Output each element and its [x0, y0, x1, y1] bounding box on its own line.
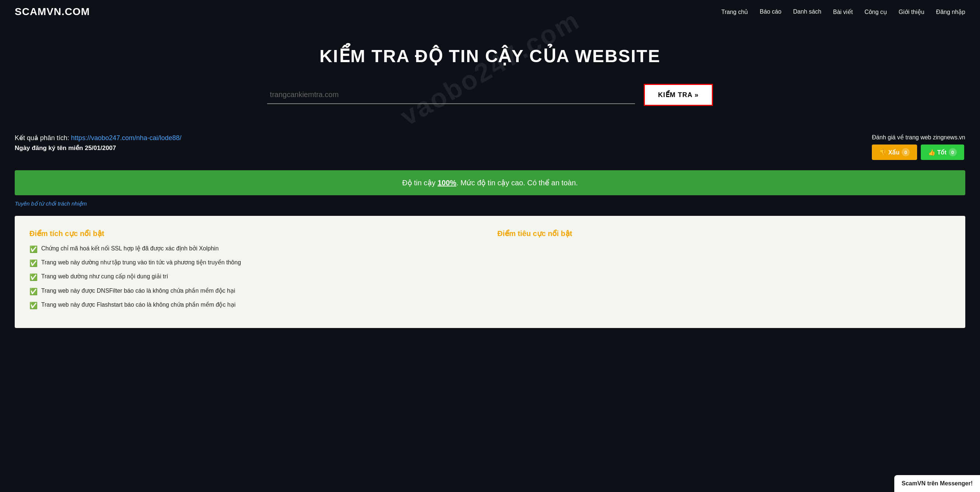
disclaimer[interactable]: Tuyên bố từ chối trách nhiệm — [0, 195, 980, 207]
results-label: Kết quả phân tích: https://vaobo247.com/… — [15, 134, 866, 142]
tot-label: 👍 Tốt — [928, 149, 947, 156]
xau-label: 👎 Xấu — [879, 149, 899, 156]
tot-count: 0 — [949, 148, 957, 156]
check-icon: ✅ — [29, 301, 38, 310]
search-input[interactable] — [267, 89, 635, 100]
check-icon: ✅ — [29, 245, 38, 254]
nav-bao-cao[interactable]: Báo cáo — [760, 8, 781, 16]
trust-prefix: Độ tin cậy — [402, 179, 438, 187]
nav-bai-viet[interactable]: Bài viết — [833, 8, 853, 16]
watermark: vaobo247.com — [395, 5, 585, 131]
header: SCAMVN.COM Trang chủ Báo cáo Danh sách B… — [0, 0, 980, 24]
nav-gioi-thieu[interactable]: Giới thiệu — [899, 8, 924, 16]
kiemtra-button[interactable]: KIỂM TRA » — [644, 84, 713, 106]
results-right: Đánh giá về trang web zingnews.vn 👎 Xấu … — [872, 134, 965, 160]
content-area: Điểm tích cực nổi bật ✅Chứng chỉ mã hoá … — [15, 216, 965, 328]
list-item: ✅Trang web này dường như tập trung vào t… — [29, 259, 483, 268]
xau-count: 0 — [902, 148, 910, 156]
list-item: ✅Trang web này được Flashstart báo cáo l… — [29, 301, 483, 310]
negative-title: Điểm tiêu cực nổi bật — [497, 229, 951, 238]
results-left: Kết quả phân tích: https://vaobo247.com/… — [15, 134, 866, 154]
positive-title: Điểm tích cực nổi bật — [29, 229, 483, 238]
nav-dang-nhap[interactable]: Đăng nhập — [936, 8, 965, 16]
list-item: ✅Trang web này được DNSFilter báo cáo là… — [29, 287, 483, 296]
list-item: ✅Trang web dường như cung cấp nội dung g… — [29, 273, 483, 282]
logo: SCAMVN.COM — [15, 6, 90, 17]
search-input-wrap — [267, 86, 635, 104]
trust-bar: Độ tin cậy 100%. Mức độ tin cậy cao. Có … — [15, 170, 965, 195]
nav-trang-chu[interactable]: Trang chủ — [721, 8, 748, 16]
rating-label: Đánh giá về trang web zingnews.vn — [872, 134, 965, 141]
results-section: Kết quả phân tích: https://vaobo247.com/… — [0, 121, 980, 160]
list-item: ✅Chứng chỉ mã hoá kết nối SSL hợp lệ đã … — [29, 244, 483, 254]
rating-buttons: 👎 Xấu 0 👍 Tốt 0 — [872, 144, 965, 160]
results-row: Kết quả phân tích: https://vaobo247.com/… — [15, 134, 965, 160]
content-cols: Điểm tích cực nổi bật ✅Chứng chỉ mã hoá … — [29, 229, 951, 315]
search-section: KIỂM TRA » — [15, 84, 965, 106]
hero-title: KIỂM TRA ĐỘ TIN CẬY CỦA WEBSITE — [15, 46, 965, 66]
negative-col: Điểm tiêu cực nổi bật — [497, 229, 951, 315]
results-url[interactable]: https://vaobo247.com/nha-cai/lode88/ — [71, 134, 181, 141]
check-icon: ✅ — [29, 273, 38, 282]
results-date: Ngày đăng ký tên miền 25/01/2007 — [15, 144, 866, 152]
positive-list: ✅Chứng chỉ mã hoá kết nối SSL hợp lệ đã … — [29, 244, 483, 310]
check-icon: ✅ — [29, 287, 38, 296]
check-icon: ✅ — [29, 259, 38, 268]
nav-danh-sach[interactable]: Danh sách — [793, 8, 821, 16]
nav-cong-cu[interactable]: Công cụ — [864, 8, 887, 16]
hero-section: vaobo247.com KIỂM TRA ĐỘ TIN CẬY CỦA WEB… — [0, 24, 980, 121]
positive-col: Điểm tích cực nổi bật ✅Chứng chỉ mã hoá … — [29, 229, 483, 315]
btn-xau[interactable]: 👎 Xấu 0 — [872, 144, 917, 160]
nav: Trang chủ Báo cáo Danh sách Bài viết Côn… — [721, 8, 965, 16]
btn-tot[interactable]: 👍 Tốt 0 — [921, 144, 964, 160]
trust-suffix: . Mức độ tin cậy cao. Có thể an toàn. — [457, 179, 578, 187]
trust-percent: 100% — [438, 179, 456, 187]
